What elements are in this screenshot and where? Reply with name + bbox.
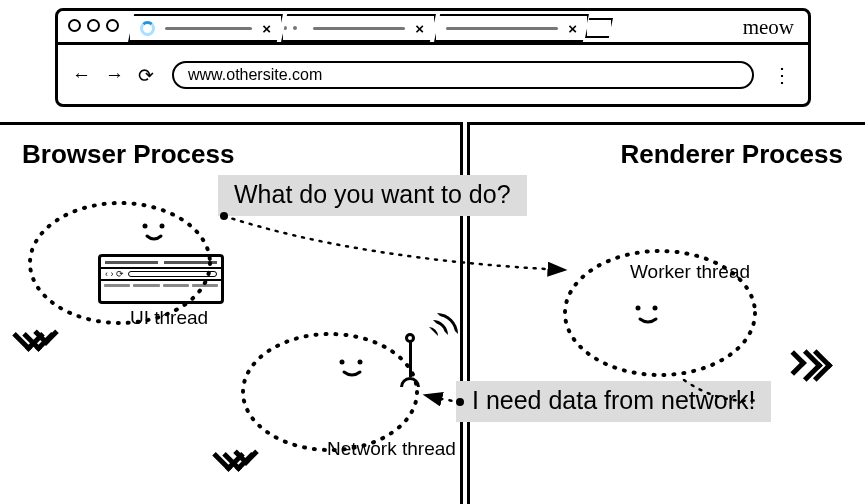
close-icon[interactable] [68,19,81,32]
browser-window: × × × meow ← → ⟳ [55,8,811,107]
ui-thread-label: UI thread [130,307,208,329]
tab-title [446,27,558,30]
renderer-process-title: Renderer Process [492,139,843,170]
tab-close-icon[interactable]: × [415,20,424,37]
speech-bubble-question: What do you want to do? [218,175,527,216]
loading-spinner-icon [140,21,155,36]
browser-process-title: Browser Process [22,139,438,170]
worker-thread-label: Worker thread [630,261,750,283]
tab-3[interactable]: × [434,14,589,42]
speech-bubble-answer: I need data from network! [456,381,771,422]
tab-close-icon[interactable]: × [262,20,271,37]
network-thread-icon [400,335,420,387]
tab-title [165,27,252,30]
tab-title [313,27,405,30]
reload-button[interactable]: ⟳ [138,64,154,87]
tab-2[interactable]: × [281,14,436,42]
back-button[interactable]: ← [72,64,91,86]
menu-button[interactable]: ⋮ [772,72,794,78]
minimize-icon[interactable] [87,19,100,32]
address-bar[interactable]: www.othersite.com [172,61,754,89]
forward-button[interactable]: → [105,64,124,86]
renderer-process-box: Renderer Process [467,122,865,504]
tab-close-icon[interactable]: × [568,20,577,37]
maximize-icon[interactable] [106,19,119,32]
tab-1[interactable]: × [128,14,283,42]
new-tab-button[interactable] [585,18,613,38]
network-thread-label: Network thread [327,438,456,460]
ui-thread-icon: ‹ › ⟳ [98,254,224,304]
url-text: www.othersite.com [188,66,322,84]
browser-brand: meow [743,15,794,40]
window-controls[interactable] [68,19,119,32]
tab-strip: × × × meow [58,11,808,45]
